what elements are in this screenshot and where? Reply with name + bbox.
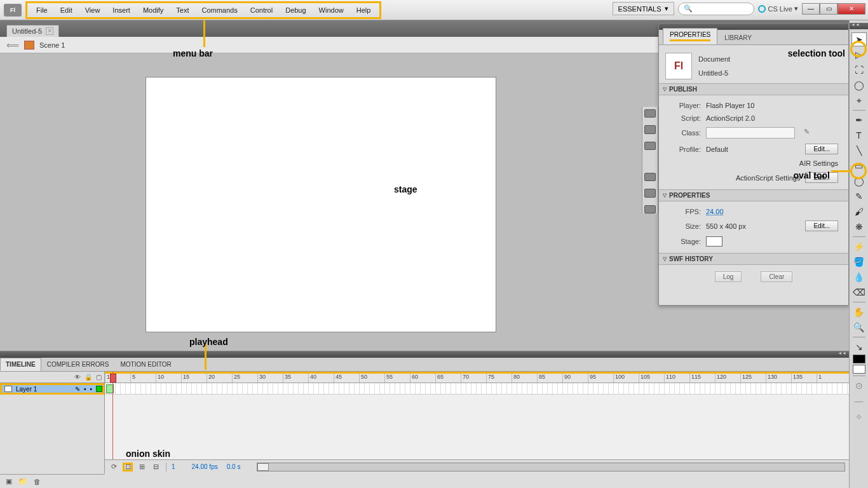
stage-viewport[interactable]: [0, 53, 642, 351]
selection-tool[interactable]: ➤: [851, 32, 867, 46]
option-tool-1[interactable]: ―: [851, 394, 867, 408]
free-transform-tool[interactable]: ⛶: [851, 63, 867, 77]
onion-outline-icon[interactable]: ⊞: [137, 463, 147, 471]
maximize-button[interactable]: ▭: [820, 3, 837, 15]
loop-icon[interactable]: ⟳: [109, 463, 119, 471]
swatches-panel-icon[interactable]: [644, 173, 656, 181]
outline-icon[interactable]: ▢: [96, 374, 102, 381]
stage-canvas[interactable]: [146, 78, 496, 332]
fps-label: FPS:: [669, 208, 701, 215]
properties-panel: PROPERTIES LIBRARY Fl Document Untitled-…: [658, 23, 849, 306]
brush-tool[interactable]: 🖌: [851, 205, 867, 219]
layer-vis-dot[interactable]: •: [84, 386, 86, 393]
fill-color-swatch[interactable]: [853, 365, 865, 374]
class-label: Class:: [669, 129, 701, 137]
kuler-panel-icon[interactable]: [644, 205, 656, 214]
frame-row[interactable]: [105, 383, 849, 395]
tab-motion-editor[interactable]: MOTION EDITOR: [114, 358, 177, 371]
scene-name: Scene 1: [39, 41, 65, 49]
stroke-swap-icon[interactable]: ↘: [851, 340, 867, 354]
pen-tool[interactable]: ✒: [851, 113, 867, 127]
layer-outline-swatch[interactable]: [96, 386, 102, 392]
layer-pencil-icon: ✎: [75, 386, 80, 393]
color-panel-icon[interactable]: [644, 189, 656, 197]
eraser-tool[interactable]: ⌫: [851, 285, 867, 299]
clear-button[interactable]: Clear: [761, 271, 792, 282]
transform-panel-icon[interactable]: [644, 142, 656, 150]
timeline-ruler[interactable]: 1 5 10 15 20 25 30 35 40 45 50 55 60 65 …: [105, 372, 849, 383]
menu-debug[interactable]: Debug: [279, 4, 312, 17]
zoom-tool[interactable]: 🔍: [851, 320, 867, 334]
tab-timeline[interactable]: TIMELINE: [0, 358, 41, 371]
menu-insert[interactable]: Insert: [106, 4, 137, 17]
time-display: 0.0 s: [227, 463, 241, 470]
delete-layer-icon[interactable]: 🗑: [32, 477, 42, 486]
deco-tool[interactable]: ❋: [851, 220, 867, 234]
scene-icon: [24, 41, 34, 50]
cs-live-button[interactable]: CS Live ▾: [758, 4, 798, 13]
stroke-color-swatch[interactable]: [853, 355, 865, 363]
playhead[interactable]: [110, 374, 116, 383]
tab-properties[interactable]: PROPERTIES: [663, 28, 717, 44]
edit-size-button[interactable]: Edit...: [805, 220, 838, 231]
align-panel-icon[interactable]: [644, 109, 656, 118]
snap-tool[interactable]: ⊙: [851, 379, 867, 393]
rectangle-tool[interactable]: ▭: [851, 159, 867, 173]
info-panel-icon[interactable]: [644, 125, 656, 133]
back-arrow-icon[interactable]: ⟸: [6, 40, 19, 50]
tab-compiler-errors[interactable]: COMPILER ERRORS: [41, 358, 115, 371]
timeline-panel: TIMELINE COMPILER ERRORS MOTION EDITOR 👁…: [0, 351, 849, 488]
new-layer-icon[interactable]: ▣: [4, 477, 14, 486]
edit-multiple-icon[interactable]: ⊟: [151, 463, 161, 471]
menu-file[interactable]: File: [30, 4, 54, 17]
document-tab[interactable]: Untitled-5 ×: [6, 25, 59, 37]
bone-tool[interactable]: ⚡: [851, 240, 867, 254]
menu-window[interactable]: Window: [313, 4, 350, 17]
edit-profile-button[interactable]: Edit...: [805, 144, 838, 154]
tab-library[interactable]: LIBRARY: [717, 31, 759, 44]
fps-value[interactable]: 24.00: [706, 208, 724, 215]
menu-text[interactable]: Text: [170, 4, 195, 17]
menu-control[interactable]: Control: [244, 4, 279, 17]
top-menu-bar: Fl File Edit View Insert Modify Text Com…: [0, 0, 868, 20]
text-tool[interactable]: T: [851, 128, 867, 142]
eyedropper-tool[interactable]: 💧: [851, 270, 867, 284]
stage-color-swatch[interactable]: [706, 236, 722, 247]
edit-class-icon[interactable]: ✎: [804, 128, 814, 138]
log-button[interactable]: Log: [715, 271, 742, 282]
oval-tool[interactable]: ◯: [851, 174, 867, 188]
option-tool-2[interactable]: ⟡: [851, 409, 867, 423]
document-type-icon: Fl: [665, 53, 692, 79]
lasso-tool[interactable]: ⌖: [851, 93, 867, 107]
menu-view[interactable]: View: [79, 4, 107, 17]
layer-row[interactable]: Layer 1 ✎ • •: [0, 383, 104, 395]
close-button[interactable]: ✕: [837, 3, 865, 15]
layer-lock-dot[interactable]: •: [90, 386, 92, 393]
properties-section-header[interactable]: ▽PROPERTIES: [659, 189, 848, 201]
menu-help[interactable]: Help: [350, 4, 377, 17]
pencil-tool[interactable]: ✎: [851, 189, 867, 203]
lock-icon[interactable]: 🔒: [85, 374, 92, 381]
eye-icon[interactable]: 👁: [74, 374, 81, 381]
3d-rotation-tool[interactable]: ◯: [851, 78, 867, 92]
minimize-button[interactable]: —: [802, 3, 820, 15]
hand-tool[interactable]: ✋: [851, 305, 867, 319]
publish-section-header[interactable]: ▽PUBLISH: [659, 83, 848, 95]
frames-area[interactable]: 1 5 10 15 20 25 30 35 40 45 50 55 60 65 …: [105, 372, 849, 473]
line-tool[interactable]: ╲: [851, 144, 867, 158]
class-input[interactable]: [706, 127, 795, 139]
subselection-tool[interactable]: ▷: [851, 48, 867, 62]
timeline-scrollbar[interactable]: [257, 463, 845, 471]
menu-modify[interactable]: Modify: [137, 4, 170, 17]
new-folder-icon[interactable]: 📁: [18, 477, 28, 486]
profile-label: Profile:: [669, 146, 701, 153]
paint-bucket-tool[interactable]: 🪣: [851, 255, 867, 269]
menu-edit[interactable]: Edit: [54, 4, 79, 17]
menu-commands[interactable]: Commands: [195, 4, 243, 17]
swf-history-header[interactable]: ▽SWF HISTORY: [659, 253, 848, 265]
onion-skin-button[interactable]: ⊡: [123, 463, 133, 471]
close-tab-icon[interactable]: ×: [46, 27, 53, 35]
workspace-dropdown[interactable]: ESSENTIALS ▾: [613, 2, 675, 15]
search-input[interactable]: [678, 3, 754, 15]
edit-as-button[interactable]: Edit...: [805, 172, 838, 183]
